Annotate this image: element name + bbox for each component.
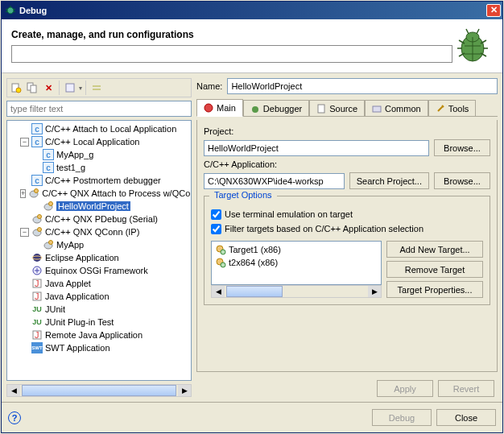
- target-label: Target1 (x86): [229, 245, 281, 254]
- tree-item[interactable]: .Eclipse Application: [9, 251, 189, 264]
- svg-point-8: [35, 189, 39, 193]
- svg-point-16: [49, 241, 53, 245]
- svg-text:J: J: [35, 291, 39, 301]
- header-title: Create, manage, and run configurations: [11, 29, 452, 40]
- config-toolbar: ✕ ▾: [6, 78, 192, 97]
- project-input[interactable]: [204, 140, 429, 156]
- tree-item[interactable]: .cC/C++ Attach to Local Application: [9, 122, 189, 135]
- filter-input[interactable]: [6, 101, 192, 117]
- duplicate-config-icon[interactable]: [25, 81, 39, 95]
- tree-item-label: C/C++ QNX Attach to Process w/QConn: [42, 188, 192, 198]
- filter-targets-checkbox[interactable]: [211, 224, 221, 234]
- tab-common[interactable]: Common: [365, 100, 428, 116]
- project-label: Project:: [204, 126, 490, 136]
- tree-item[interactable]: −cC/C++ Local Application: [9, 135, 189, 148]
- close-button[interactable]: Close: [436, 409, 496, 426]
- target-list[interactable]: Target1 (x86)t2x864 (x86): [211, 241, 382, 285]
- tree-item-label: MyApp: [56, 240, 84, 250]
- tab-source[interactable]: Source: [309, 100, 365, 116]
- target-options-group: Target Options Use terminal emulation on…: [204, 196, 490, 305]
- new-config-icon[interactable]: [9, 81, 23, 95]
- tree-item-label: test1_g: [56, 163, 85, 172]
- filter-targets-label: Filter targets based on C/C++ Applicatio…: [225, 224, 423, 234]
- tree-item-label: C/C++ QNX QConn (IP): [45, 227, 139, 237]
- svg-rect-28: [318, 105, 324, 113]
- svg-point-10: [49, 202, 53, 206]
- application-input[interactable]: [204, 173, 345, 189]
- tree-item-label: Java Application: [45, 291, 109, 301]
- tree-item[interactable]: .cMyApp_g: [9, 148, 189, 161]
- tree-item-label: HelloWorldProject: [56, 201, 130, 211]
- tree-h-scrollbar[interactable]: ◀▶: [6, 384, 192, 397]
- tree-item[interactable]: .HelloWorldProject: [9, 200, 189, 213]
- target-item[interactable]: t2x864 (x86): [213, 256, 379, 269]
- svg-point-17: [33, 254, 41, 262]
- config-tabs: Main Debugger Source Common Tools: [196, 97, 498, 117]
- collapse-all-icon[interactable]: [89, 81, 104, 95]
- debug-icon: [5, 5, 16, 16]
- target-item[interactable]: Target1 (x86): [213, 243, 379, 256]
- tree-expander-icon[interactable]: −: [20, 228, 29, 237]
- window-close-button[interactable]: ✕: [486, 4, 501, 17]
- tree-item[interactable]: .cC/C++ Postmortem debugger: [9, 174, 189, 187]
- tree-item[interactable]: .JRemote Java Application: [9, 329, 189, 341]
- tree-expander-icon[interactable]: −: [20, 138, 29, 147]
- apply-button[interactable]: Apply: [377, 380, 433, 397]
- svg-point-26: [204, 104, 213, 112]
- target-icon: [215, 244, 226, 255]
- tab-debugger[interactable]: Debugger: [243, 100, 309, 116]
- config-tree[interactable]: .cC/C++ Attach to Local Application−cC/C…: [6, 120, 192, 381]
- tree-item-label: JUnit: [45, 304, 65, 314]
- svg-rect-29: [373, 106, 381, 112]
- revert-button[interactable]: Revert: [438, 380, 494, 397]
- application-label: C/C++ Application:: [204, 159, 490, 169]
- add-target-button[interactable]: Add New Target...: [386, 241, 483, 258]
- help-icon[interactable]: ?: [8, 411, 21, 424]
- tree-item-label: MyApp_g: [56, 150, 93, 159]
- application-browse-button[interactable]: Browse...: [434, 172, 490, 189]
- tree-item[interactable]: .JJava Application: [9, 290, 189, 303]
- tree-item[interactable]: .JUJUnit: [9, 303, 189, 316]
- tree-item[interactable]: .ctest1_g: [9, 161, 189, 174]
- window-title: Debug: [19, 6, 486, 15]
- titlebar: Debug ✕: [2, 2, 502, 19]
- tab-main[interactable]: Main: [196, 99, 243, 117]
- tree-item[interactable]: .C/C++ QNX PDebug (Serial): [9, 213, 189, 225]
- use-terminal-label: Use terminal emulation on target: [225, 209, 353, 219]
- tree-item[interactable]: .SWTSWT Application: [9, 341, 189, 354]
- debug-bug-icon: [452, 26, 493, 66]
- use-terminal-checkbox[interactable]: [211, 209, 221, 220]
- svg-point-3: [16, 88, 21, 93]
- delete-config-icon[interactable]: ✕: [41, 81, 56, 95]
- tree-item[interactable]: +C/C++ QNX Attach to Process w/QConn: [9, 187, 189, 200]
- debug-button[interactable]: Debug: [372, 409, 432, 426]
- svg-rect-6: [66, 84, 74, 92]
- tree-item-label: C/C++ Postmortem debugger: [45, 176, 161, 185]
- target-list-h-scrollbar[interactable]: ◀▶: [211, 285, 382, 298]
- target-properties-button[interactable]: Target Properties...: [386, 281, 483, 298]
- remove-target-button[interactable]: Remove Target: [386, 261, 483, 278]
- tree-item[interactable]: −C/C++ QNX QConn (IP): [9, 225, 189, 238]
- header-banner-box: [11, 45, 452, 63]
- tree-item-label: C/C++ Attach to Local Application: [45, 124, 176, 134]
- tree-expander-icon[interactable]: +: [20, 189, 26, 198]
- tree-item[interactable]: .MyApp: [9, 238, 189, 251]
- filter-config-icon[interactable]: [63, 81, 77, 95]
- tab-main-panel: Project: Browse... C/C++ Application: Se…: [196, 120, 498, 372]
- tree-item-label: C/C++ Local Application: [45, 137, 139, 147]
- tree-item-label: Remote Java Application: [45, 330, 143, 340]
- svg-point-33: [221, 262, 225, 267]
- project-browse-button[interactable]: Browse...: [434, 139, 490, 156]
- svg-point-27: [252, 106, 258, 113]
- search-project-button[interactable]: Search Project...: [349, 172, 429, 189]
- dialog-header: Create, manage, and run configurations: [2, 19, 502, 73]
- tab-tools[interactable]: Tools: [428, 100, 477, 116]
- tree-item-label: C/C++ QNX PDebug (Serial): [45, 214, 158, 224]
- tree-item[interactable]: .JUJUnit Plug-in Test: [9, 316, 189, 329]
- tree-item[interactable]: .Equinox OSGi Framework: [9, 264, 189, 277]
- name-input[interactable]: [227, 78, 498, 94]
- svg-text:J: J: [35, 279, 39, 288]
- name-label: Name:: [196, 81, 222, 91]
- tree-item[interactable]: .JJava Applet: [9, 277, 189, 290]
- tree-item-label: Java Applet: [45, 279, 91, 288]
